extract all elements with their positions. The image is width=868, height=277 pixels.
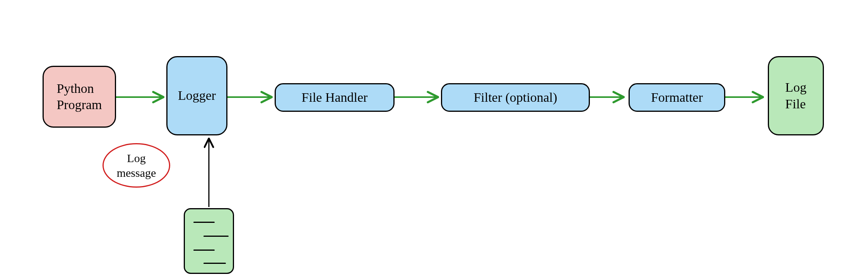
node-file-handler: File Handler — [275, 83, 395, 112]
node-log-file-label: Log File — [785, 79, 806, 112]
node-filter-label: Filter (optional) — [473, 89, 557, 106]
arrows-layer — [0, 0, 868, 277]
node-logger: Logger — [166, 56, 227, 135]
logging-flow-diagram: Python Program Logger File Handler Filte… — [0, 0, 868, 277]
node-formatter: Formatter — [629, 83, 725, 112]
node-filter: Filter (optional) — [441, 83, 590, 112]
node-python-program-label: Python Program — [56, 80, 102, 113]
node-logger-label: Logger — [178, 87, 216, 104]
config-line — [193, 222, 215, 223]
config-file-icon — [184, 208, 234, 274]
config-line — [203, 263, 226, 264]
log-message-label: Log message — [117, 151, 156, 180]
config-line — [193, 250, 215, 251]
config-line — [203, 236, 229, 237]
node-log-file: Log File — [768, 56, 824, 135]
log-message-ellipse: Log message — [103, 143, 170, 188]
node-python-program: Python Program — [43, 66, 116, 128]
node-formatter-label: Formatter — [651, 89, 703, 106]
node-file-handler-label: File Handler — [302, 89, 368, 106]
